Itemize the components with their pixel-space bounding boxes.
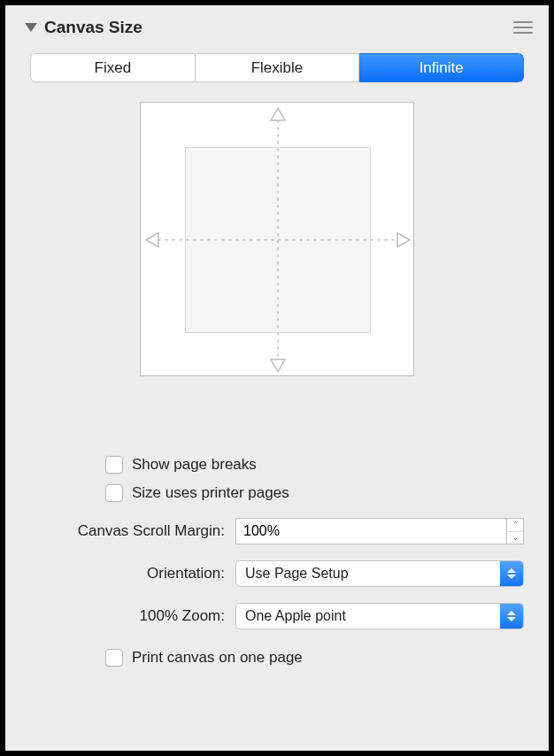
canvas-size-panel: Canvas Size Fixed Flexible Infinite [5, 5, 549, 751]
stepper-up-icon[interactable]: ⌃ [507, 519, 523, 532]
canvas-preview [140, 102, 414, 376]
size-uses-printer-pages-label: Size uses printer pages [132, 484, 289, 502]
tab-flexible[interactable]: Flexible [196, 53, 360, 82]
scroll-margin-input[interactable]: 100% [235, 518, 506, 544]
orientation-row: Orientation: Use Page Setup [30, 560, 524, 587]
orientation-value: Use Page Setup [236, 561, 500, 586]
zoom-select[interactable]: One Apple point [235, 603, 524, 629]
tab-infinite[interactable]: Infinite [359, 53, 524, 82]
tab-fixed[interactable]: Fixed [30, 53, 196, 82]
scroll-margin-label: Canvas Scroll Margin: [30, 522, 235, 540]
panel-title: Canvas Size [44, 18, 142, 37]
canvas-preview-wrap [5, 102, 549, 376]
canvas-mode-segmented: Fixed Flexible Infinite [30, 53, 524, 82]
stepper-down-icon[interactable]: ⌄ [507, 532, 523, 544]
print-one-page-row: Print canvas on one page [105, 649, 524, 667]
size-uses-printer-pages-row: Size uses printer pages [105, 484, 524, 502]
zoom-value: One Apple point [236, 604, 500, 629]
panel-header: Canvas Size [5, 14, 549, 46]
print-one-page-checkbox[interactable] [105, 649, 123, 667]
disclosure-triangle-icon[interactable] [25, 23, 37, 32]
show-page-breaks-checkbox[interactable] [105, 456, 123, 474]
select-arrows-icon [500, 604, 523, 629]
svg-marker-3 [271, 359, 285, 372]
orientation-label: Orientation: [30, 565, 235, 582]
zoom-label: 100% Zoom: [30, 607, 235, 625]
form-area: Show page breaks Size uses printer pages… [5, 456, 549, 667]
menu-icon[interactable] [513, 21, 533, 34]
select-arrows-icon [500, 561, 523, 586]
show-page-breaks-label: Show page breaks [132, 456, 257, 474]
scroll-margin-row: Canvas Scroll Margin: 100% ⌃ ⌄ [30, 518, 524, 544]
scroll-margin-stepper: 100% ⌃ ⌄ [235, 518, 524, 544]
svg-marker-5 [397, 233, 410, 247]
orientation-select[interactable]: Use Page Setup [235, 560, 524, 587]
print-one-page-label: Print canvas on one page [132, 649, 303, 667]
show-page-breaks-row: Show page breaks [105, 456, 524, 474]
size-uses-printer-pages-checkbox[interactable] [105, 484, 123, 502]
header-left: Canvas Size [25, 18, 142, 37]
svg-marker-4 [146, 233, 158, 247]
zoom-row: 100% Zoom: One Apple point [30, 603, 524, 629]
svg-marker-2 [271, 108, 285, 120]
canvas-preview-arrows-icon [141, 103, 415, 377]
scroll-margin-stepper-buttons: ⌃ ⌄ [506, 518, 524, 544]
